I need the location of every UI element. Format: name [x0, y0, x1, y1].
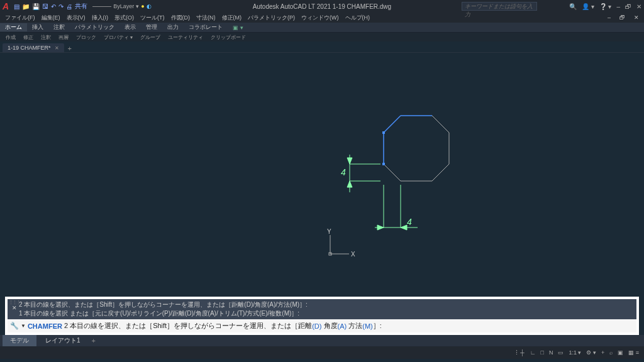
new-tab-icon[interactable]: +	[68, 45, 72, 52]
status-zoom-icon[interactable]: ⌕	[608, 349, 614, 356]
command-window: ⋮⋮⋮ ✕ 2 本目の線を選択、または［Shift］を押しながらコーナーを運用、…	[5, 297, 639, 335]
panel-annotate[interactable]: 注釈	[38, 34, 54, 41]
status-ortho-icon[interactable]: ∟	[529, 349, 537, 356]
axis-x: X	[351, 251, 355, 258]
status-menu-icon[interactable]: ▦ ≡	[627, 349, 640, 356]
svg-marker-14	[347, 181, 352, 187]
command-history: ⋮⋮⋮ ✕ 2 本目の線を選択、または［Shift］を押しながらコーナーを運用、…	[8, 299, 636, 319]
tab-output[interactable]: 出力	[162, 23, 184, 31]
status-bar: ︙┼ ∟ □ N ▭ 1:1 ▾ ⚙ ▾ + ⌕ ▣ ▦ ≡	[0, 346, 644, 359]
dim-v-text: 4	[341, 167, 346, 177]
panel-clipboard[interactable]: クリップボード	[208, 34, 249, 41]
menu-bar: ファイル(F) 編集(E) 表示(V) 挿入(I) 形式(O) ツール(T) 作…	[0, 13, 644, 23]
quick-access-toolbar: ▤ 📁 💾 🖫 ↶ ↷ 🖨 共有	[14, 2, 87, 11]
svg-line-1	[432, 116, 449, 133]
user-icon[interactable]: 👤 ▾	[582, 3, 594, 10]
svg-marker-13	[347, 158, 352, 164]
svg-marker-18	[377, 225, 384, 230]
tab-model[interactable]: モデル	[3, 335, 36, 346]
svg-line-3	[432, 164, 449, 181]
wrench-icon[interactable]: 🔧	[10, 322, 19, 330]
add-layout-icon[interactable]: +	[92, 337, 96, 344]
panel-block[interactable]: ブロック	[73, 34, 99, 41]
titlebar-right: 🔍 👤 ▾ ❔ ▾ – 🗗 ✕	[569, 3, 641, 10]
app-logo: A	[3, 1, 9, 11]
tab-collab[interactable]: コラボレート	[184, 23, 228, 31]
undo-icon[interactable]: ↶	[51, 3, 56, 10]
close-icon[interactable]: ✕	[636, 3, 641, 10]
status-rect-icon[interactable]: ▭	[557, 349, 565, 356]
tab-more-icon[interactable]: ▣ ▾	[228, 25, 248, 31]
search-input[interactable]: キーワードまたは語句を入力	[462, 2, 537, 11]
prompt-text: 2 本目の線を選択、または［Shift］を押しながらコーナーを運用、または	[64, 321, 291, 331]
svg-rect-9	[382, 163, 385, 165]
svg-line-7	[384, 116, 401, 133]
menu-insert[interactable]: 挿入(I)	[89, 14, 111, 22]
tab-layout1[interactable]: レイアウト1	[38, 335, 88, 346]
panel-group[interactable]: グループ	[137, 34, 164, 41]
doc-tab-close-icon[interactable]: ✕	[55, 45, 59, 51]
restore-icon[interactable]: 🗗	[625, 3, 631, 10]
tab-manage[interactable]: 管理	[141, 23, 162, 31]
svg-marker-19	[401, 225, 407, 230]
panel-properties[interactable]: プロパティ ▾	[101, 34, 136, 41]
panel-create[interactable]: 作成	[3, 34, 19, 41]
panel-layers[interactable]: 画層	[55, 34, 72, 41]
menu-file[interactable]: ファイル(F)	[3, 14, 38, 22]
ribbon-tabs: ホーム 挿入 注釈 パラメトリック 表示 管理 出力 コラボレート ▣ ▾	[0, 23, 644, 33]
opt-angle[interactable]: 角度	[324, 321, 338, 331]
layout-tabs: モデル レイアウト1 +	[0, 335, 644, 346]
status-grid-icon[interactable]: ︙┼	[513, 349, 526, 356]
active-command: CHAMFER	[28, 322, 62, 330]
menu-parametric[interactable]: パラメトリック(P)	[245, 14, 297, 22]
doc-tab-name: 1-19 CHAMFER*	[8, 45, 51, 51]
status-plus-icon[interactable]: +	[600, 349, 606, 356]
tab-insert[interactable]: 挿入	[27, 23, 48, 31]
tab-home[interactable]: ホーム	[0, 23, 27, 31]
plot-icon[interactable]: 🖨	[66, 3, 72, 10]
status-snap-icon[interactable]: □	[540, 349, 545, 356]
new-icon[interactable]: ▤	[14, 3, 19, 10]
status-fullscreen-icon[interactable]: ▣	[616, 349, 625, 356]
menu-draw[interactable]: 作図(D)	[169, 14, 193, 22]
menu-dim[interactable]: 寸法(N)	[194, 14, 218, 22]
doc-restore-icon[interactable]: 🗗	[617, 14, 628, 21]
command-input[interactable]: 🔧 ▼ CHAMFER 2 本目の線を選択、または［Shift］を押しながらコー…	[8, 319, 636, 332]
menu-modify[interactable]: 修正(M)	[219, 14, 245, 22]
layer-control[interactable]: ByLayer ▾ ● ◐	[92, 3, 151, 9]
opt-method[interactable]: 方法	[348, 321, 362, 331]
saveas-icon[interactable]: 🖫	[42, 3, 48, 10]
min-icon[interactable]: –	[616, 3, 620, 10]
status-scale[interactable]: 1:1 ▾	[567, 349, 582, 356]
tab-annotate[interactable]: 注釈	[48, 23, 70, 31]
menu-tools[interactable]: ツール(T)	[138, 14, 167, 22]
doc-close-icon[interactable]: ✕	[631, 14, 641, 21]
dim-h-text: 4	[407, 217, 412, 227]
menu-edit[interactable]: 編集(E)	[39, 14, 63, 22]
menu-format[interactable]: 形式(O)	[112, 14, 136, 22]
open-icon[interactable]: 📁	[22, 3, 30, 10]
history-line-1: 2 本目の線を選択、または［Shift］を押しながらコーナーを運用、または［距離…	[19, 300, 634, 309]
menu-view[interactable]: 表示(V)	[64, 14, 88, 22]
tab-view[interactable]: 表示	[119, 23, 141, 31]
doc-tab[interactable]: 1-19 CHAMFER* ✕	[3, 43, 64, 52]
menu-window[interactable]: ウィンドウ(W)	[299, 14, 341, 22]
dropdown-arrow-icon[interactable]: ▼	[21, 323, 26, 329]
status-n-icon[interactable]: N	[548, 349, 555, 356]
share-label[interactable]: 共有	[75, 2, 87, 11]
search-icon[interactable]: 🔍	[569, 3, 577, 10]
help-icon[interactable]: ❔ ▾	[599, 3, 612, 10]
ribbon-panels: 作成 修正 注釈 画層 ブロック プロパティ ▾ グループ ユーティリティ クリ…	[0, 33, 644, 41]
panel-modify[interactable]: 修正	[20, 34, 36, 41]
drawing-canvas[interactable]: 4 4 X Y	[0, 53, 644, 294]
status-gear-icon[interactable]: ⚙ ▾	[585, 349, 597, 356]
tab-parametric[interactable]: パラメトリック	[70, 23, 119, 31]
opt-distance[interactable]: 距離	[298, 321, 312, 331]
doc-min-icon[interactable]: –	[605, 14, 613, 21]
cmd-close-icon[interactable]: ✕	[12, 305, 17, 311]
redo-icon[interactable]: ↷	[58, 3, 64, 10]
svg-rect-8	[382, 131, 385, 134]
save-icon[interactable]: 💾	[32, 3, 40, 10]
menu-help[interactable]: ヘルプ(H)	[343, 14, 373, 22]
panel-utilities[interactable]: ユーティリティ	[165, 34, 206, 41]
